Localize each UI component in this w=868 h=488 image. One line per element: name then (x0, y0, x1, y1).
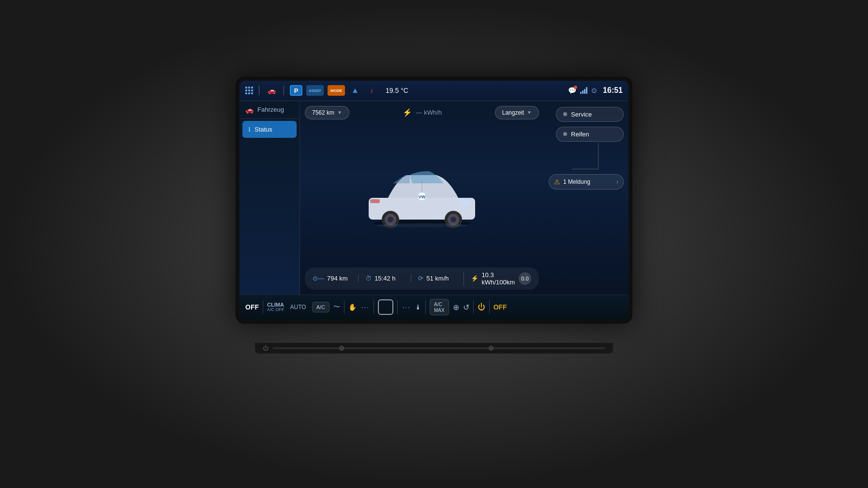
clima-divider-6 (473, 300, 474, 314)
stat-consumption: ⚡ 10.3 kWh/100km (464, 271, 515, 286)
clima-divider-5 (425, 300, 426, 314)
ac-max-label: A/CMAX (434, 302, 445, 313)
slider-track[interactable] (272, 347, 605, 349)
screen-bezel: 🚗 P ASSIST MODE (236, 77, 632, 324)
status-bar-right: 💬 ⊙ 16:51 (568, 86, 623, 95)
climate-bar: OFF CLIMA A/C OFF AUTO A/C 〜 ✋ ⋮ (239, 295, 629, 320)
assist-icon[interactable]: ASSIST (306, 85, 324, 96)
top-selectors: 7562 km ▼ ⚡ --- kWh/h Langzeit ▼ (305, 106, 539, 119)
car-icon[interactable]: 🚗 (265, 85, 278, 96)
odometer-value: 7562 km (312, 109, 334, 116)
svg-point-5 (460, 200, 471, 206)
car-svg: VW (354, 157, 490, 229)
service-button[interactable]: Service (556, 107, 624, 122)
warning-label: 1 Meldung (563, 178, 590, 185)
status-bar: 🚗 P ASSIST MODE (239, 81, 629, 101)
dots-menu-right[interactable]: ⋮ (402, 304, 411, 311)
bottom-stats-row: ⊙— 794 km ⏱ 15:42 h ⟳ 51 km/h (305, 267, 539, 290)
svg-point-9 (388, 217, 393, 222)
clima-divider-3 (374, 300, 374, 314)
distance-icon: ⊙— (313, 275, 324, 282)
distance-value: 794 km (327, 275, 348, 282)
home-grid-icon[interactable] (245, 87, 253, 94)
hand-icon[interactable]: ✋ (348, 303, 357, 311)
ac-left-label: A/C (316, 304, 325, 310)
assist-label: ASSIST (309, 89, 321, 92)
sidebar-header[interactable]: 🚗 Fahrzeug (239, 101, 299, 119)
infotainment-screen: 🚗 P ASSIST MODE (239, 81, 629, 320)
clock-icon: ⏱ (365, 275, 372, 282)
sidebar-item-status[interactable]: ℹ Status (242, 121, 297, 138)
status-bar-left: 🚗 P ASSIST MODE (245, 85, 565, 96)
stat-distance: ⊙— 794 km (313, 275, 356, 282)
timemode-value: Langzeit (502, 109, 524, 116)
clima-sublabel: A/C OFF (267, 308, 284, 312)
sidebar-header-label: Fahrzeug (257, 106, 284, 113)
reifen-dot (563, 132, 567, 136)
clima-group: CLIMA A/C OFF (267, 302, 284, 312)
parking-label: P (294, 87, 299, 94)
extra-value-badge: 0.0 (519, 272, 531, 285)
svg-text:VW: VW (419, 194, 426, 199)
stat-speed: ⟳ 51 km/h (411, 275, 462, 282)
navigation-icon[interactable]: ▲ (349, 85, 361, 96)
center-square-button[interactable] (378, 299, 393, 315)
fan-icon[interactable]: ⊕ (453, 303, 459, 312)
speed-icon: ⟳ (418, 275, 423, 282)
slider-thumb-left[interactable] (339, 346, 344, 351)
odometer-selector[interactable]: 7562 km ▼ (305, 106, 349, 119)
heat-icon[interactable]: 🌡 (415, 303, 421, 311)
svg-point-13 (376, 223, 468, 227)
auto-label: AUTO (290, 304, 306, 311)
center-content: 7562 km ▼ ⚡ --- kWh/h Langzeit ▼ (300, 101, 544, 295)
message-icon[interactable]: 💬 (568, 87, 576, 94)
mode-label: MODE (330, 89, 342, 93)
timemode-chevron: ▼ (527, 110, 532, 115)
dots-menu-left[interactable]: ⋮ (360, 304, 370, 311)
svg-point-12 (450, 217, 456, 222)
sidebar: 🚗 Fahrzeug ℹ Status (239, 101, 300, 295)
slider-bar: ⏻ (255, 343, 613, 354)
power-button-small[interactable]: ⏻ (263, 345, 269, 352)
ac-max-button[interactable]: A/CMAX (430, 299, 449, 315)
consumption-value: 10.3 kWh/100km (481, 271, 515, 286)
clima-divider-2 (344, 300, 344, 314)
ac-left-button[interactable]: A/C (312, 302, 329, 312)
reifen-button[interactable]: Reifen (556, 127, 624, 142)
speed-value: 51 km/h (426, 275, 449, 282)
timemode-selector[interactable]: Langzeit ▼ (495, 106, 539, 119)
extra-value: 0.0 (521, 276, 528, 281)
time-value: 15:42 h (374, 275, 395, 282)
airflow-icon[interactable]: 〜 (333, 303, 340, 311)
music-icon[interactable]: ♪ (365, 85, 378, 96)
reifen-label: Reifen (571, 131, 589, 138)
climate-left-off: OFF (245, 303, 259, 311)
sidebar-status-label: Status (254, 126, 272, 133)
odometer-chevron: ▼ (337, 110, 342, 115)
warning-button[interactable]: ⚠ 1 Meldung › (549, 174, 624, 190)
dashboard-surround: 🚗 P ASSIST MODE (0, 0, 868, 488)
energy-value: --- kWh/h (416, 109, 442, 116)
clock-display: 16:51 (603, 86, 623, 95)
connectivity-icon: ⊙ (591, 87, 597, 94)
power-icon[interactable]: ⏻ (478, 303, 485, 311)
divider-2 (284, 86, 284, 95)
energy-display: ⚡ --- kWh/h (403, 106, 442, 119)
temperature-display: 19.5 °C (386, 87, 408, 94)
divider-1 (259, 86, 259, 95)
car-image-area: VW (305, 121, 539, 265)
message-badge (574, 86, 577, 89)
service-label: Service (571, 111, 592, 118)
mode-icon[interactable]: MODE (328, 85, 345, 96)
clima-divider-7 (489, 300, 490, 314)
connector-lines (572, 143, 599, 169)
slider-thumb-right[interactable] (489, 346, 494, 351)
warning-chevron: › (616, 178, 618, 185)
recirculation-icon[interactable]: ↺ (463, 303, 469, 312)
clima-divider-1 (263, 300, 263, 314)
signal-icon (580, 87, 587, 94)
clima-divider-4 (397, 300, 398, 314)
climate-right-off: OFF (494, 303, 507, 311)
parking-icon[interactable]: P (290, 85, 302, 96)
stat-time: ⏱ 15:42 h (358, 275, 409, 282)
